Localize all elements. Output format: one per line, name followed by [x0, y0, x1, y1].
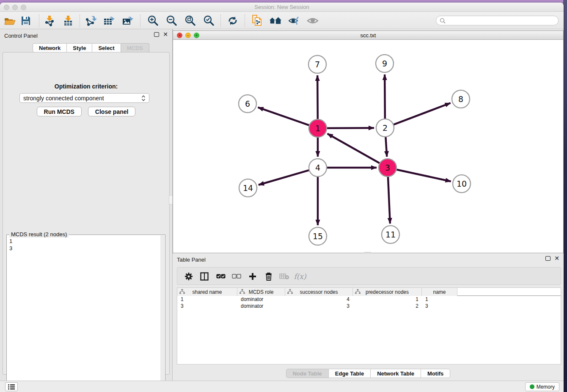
graph-edge-4-14[interactable]: [259, 170, 310, 185]
graph-edge-3-11[interactable]: [388, 176, 390, 224]
table-cell[interactable]: 3: [422, 303, 457, 310]
graph-node-label: 2: [383, 123, 388, 133]
tab-select[interactable]: Select: [92, 43, 121, 52]
window-titlebar[interactable]: Session: New Session: [0, 3, 564, 12]
hide-graphics-icon[interactable]: [288, 15, 300, 27]
save-session-icon[interactable]: [19, 15, 32, 27]
table-body: 1dominator4113dominator323: [177, 296, 561, 310]
control-panel: Control Panel ✕ NetworkStyleSelectMCDS O…: [0, 29, 172, 381]
fx-label: f(x): [294, 272, 306, 281]
network-window-title: scc.txt: [173, 32, 563, 39]
delete-table-icon[interactable]: [278, 271, 291, 282]
mcds-panel: Optimization criterion: strongly connect…: [3, 52, 170, 375]
chevron-up-down-icon: [141, 95, 146, 101]
zoom-fit-icon[interactable]: [184, 15, 196, 27]
network-canvas[interactable]: 7968124314101511: [173, 40, 563, 253]
export-image-icon[interactable]: [122, 15, 135, 27]
export-table-icon[interactable]: [103, 15, 116, 27]
column-header-name[interactable]: name: [422, 288, 457, 296]
zoom-in-icon[interactable]: [146, 15, 159, 27]
optimization-criterion-select[interactable]: strongly connected component: [19, 93, 149, 103]
toolbar-separator: [140, 14, 140, 27]
splitter-handle[interactable]: [169, 195, 173, 204]
import-network-icon[interactable]: [43, 15, 56, 27]
graph-node-label: 15: [313, 232, 323, 241]
zoom-out-icon[interactable]: [165, 15, 178, 27]
deselect-all-icon[interactable]: [230, 271, 243, 282]
table-cell[interactable]: 1: [422, 296, 457, 303]
tab-network-table[interactable]: Network Table: [371, 369, 421, 378]
table-cell[interactable]: 3: [177, 303, 237, 310]
run-mcds-button[interactable]: Run MCDS: [37, 107, 82, 116]
search-box[interactable]: [436, 16, 559, 25]
network-graph[interactable]: 7968124314101511: [173, 40, 563, 253]
memory-label: Memory: [537, 384, 555, 390]
column-header-shared-name[interactable]: shared name: [177, 288, 237, 296]
main-toolbar: [0, 12, 564, 29]
split-view-icon[interactable]: [198, 271, 211, 282]
gear-icon[interactable]: [182, 271, 195, 282]
tab-network[interactable]: Network: [33, 43, 67, 52]
graph-edge-3-10[interactable]: [396, 169, 451, 181]
show-graphics-icon[interactable]: [306, 15, 319, 27]
first-neighbors-icon[interactable]: [250, 15, 263, 27]
tab-motifs[interactable]: Motifs: [421, 369, 450, 378]
graph-edge-1-2[interactable]: [326, 128, 374, 128]
add-column-icon[interactable]: [246, 271, 259, 282]
task-history-button[interactable]: [5, 382, 18, 391]
column-header-MCDS-role[interactable]: MCDS role: [237, 288, 285, 296]
result-scrollbar[interactable]: [160, 235, 165, 392]
column-header-predecessor-nodes[interactable]: predecessor nodes: [353, 288, 422, 296]
graph-edge-2-3[interactable]: [385, 136, 387, 157]
memory-button[interactable]: Memory: [525, 382, 559, 391]
function-icon[interactable]: f(x): [294, 271, 306, 282]
graph-edge-2-9[interactable]: [385, 75, 385, 119]
delete-column-icon[interactable]: [262, 271, 275, 282]
graph-node-label: 3: [385, 163, 390, 172]
table-row[interactable]: 1dominator411: [177, 296, 561, 303]
open-file-icon[interactable]: [3, 15, 16, 27]
table-row[interactable]: 3dominator323: [177, 303, 561, 310]
graph-node-label: 7: [315, 60, 320, 69]
table-cell[interactable]: 1: [177, 296, 237, 303]
table-panel-title: Table Panel: [177, 257, 206, 263]
table-cell[interactable]: dominator: [237, 296, 285, 303]
import-table-icon[interactable]: [62, 15, 74, 27]
node-table: shared nameMCDS rolesuccessor nodesprede…: [177, 287, 561, 364]
toolbar-separator: [220, 14, 221, 27]
window-title: Session: New Session: [0, 4, 564, 10]
frame-resize-handle[interactable]: [364, 252, 371, 254]
graph-node-label: 14: [243, 183, 253, 193]
float-table-panel-icon[interactable]: [545, 256, 550, 261]
tab-style[interactable]: Style: [67, 43, 92, 52]
toolbar-separator: [245, 14, 245, 27]
float-panel-icon[interactable]: [154, 32, 159, 37]
network-window-titlebar[interactable]: ✕ − + scc.txt: [173, 31, 563, 40]
table-cell[interactable]: 4: [285, 296, 353, 303]
graph-edge-1-7[interactable]: [317, 75, 318, 120]
graph-edge-3-1[interactable]: [328, 134, 380, 163]
table-cell[interactable]: dominator: [237, 303, 285, 310]
table-cell[interactable]: 3: [285, 303, 353, 310]
column-header-successor-nodes[interactable]: successor nodes: [285, 288, 353, 296]
table-cell[interactable]: 1: [353, 296, 422, 303]
close-panel-icon[interactable]: ✕: [163, 32, 168, 37]
search-input[interactable]: [448, 18, 558, 24]
home-icon[interactable]: [269, 15, 282, 27]
close-panel-button[interactable]: Close panel: [88, 107, 136, 116]
control-panel-title: Control Panel: [4, 33, 38, 39]
application-window: Session: New Session: [0, 3, 564, 392]
tab-node-table[interactable]: Node Table: [286, 369, 329, 378]
tab-edge-table[interactable]: Edge Table: [329, 369, 371, 378]
export-network-icon[interactable]: [85, 15, 97, 27]
graph-edge-2-8[interactable]: [393, 103, 451, 125]
tab-mcds[interactable]: MCDS: [121, 43, 149, 52]
graph-node-label: 9: [382, 59, 387, 68]
select-all-icon[interactable]: [215, 271, 227, 282]
close-table-panel-icon[interactable]: ✕: [554, 256, 559, 261]
refresh-layout-icon[interactable]: [226, 15, 239, 27]
table-cell[interactable]: 2: [353, 303, 422, 310]
zoom-selected-icon[interactable]: [202, 15, 215, 27]
desktop-background: [563, 0, 567, 392]
graph-edge-1-6[interactable]: [258, 108, 310, 126]
